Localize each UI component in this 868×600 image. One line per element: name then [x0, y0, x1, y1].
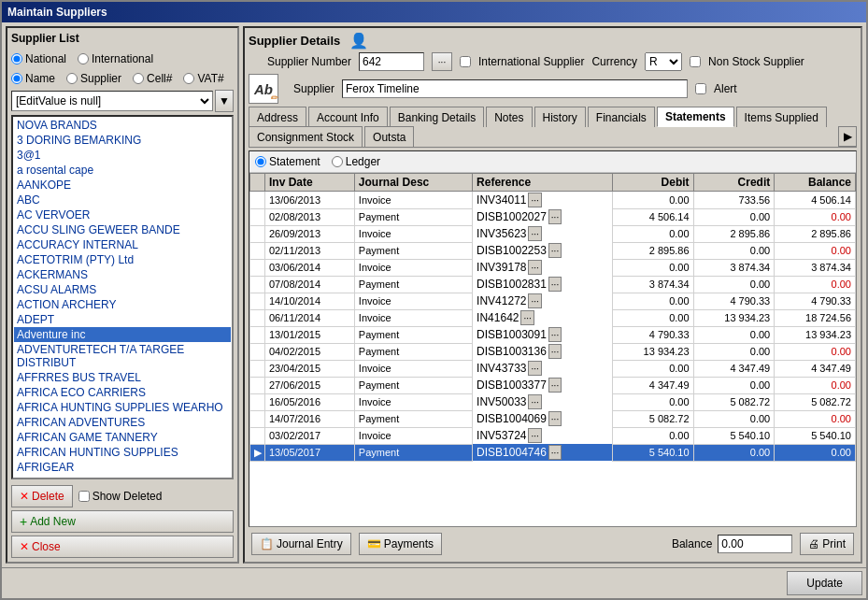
supplier-list-item[interactable]: AC VERVOER — [14, 207, 231, 222]
reference-dots-button[interactable]: ··· — [548, 344, 562, 359]
reference-dots-button[interactable]: ··· — [520, 310, 534, 325]
ledger-radio-label[interactable]: Ledger — [332, 155, 380, 168]
payments-button[interactable]: 💳 Payments — [359, 533, 442, 555]
supplier-name-input[interactable] — [342, 79, 688, 98]
supplier-list-item[interactable]: AFRILEC — [14, 475, 231, 479]
non-stock-supplier-checkbox[interactable] — [690, 56, 701, 67]
supplier-list-item[interactable]: Adventure inc — [14, 327, 231, 342]
international-radio[interactable]: International — [78, 52, 153, 65]
print-button[interactable]: 🖨 Print — [800, 533, 854, 555]
statement-radio[interactable] — [255, 156, 266, 167]
tab-notes[interactable]: Notes — [486, 107, 532, 127]
supplier-list-item[interactable]: 3@1 — [14, 148, 231, 163]
search-dropdown[interactable]: [EditValue is null] — [11, 91, 213, 111]
table-row[interactable]: 03/02/2017InvoiceINV53724···0.005 540.10… — [250, 427, 856, 444]
supplier-list-item[interactable]: NOVA BRANDS — [14, 118, 231, 133]
reference-dots-button[interactable]: ··· — [548, 277, 562, 292]
table-row[interactable]: 13/01/2015PaymentDISB1003091···4 790.330… — [250, 326, 856, 343]
supplier-list-item[interactable]: ACETOTRIM (PTY) Ltd — [14, 252, 231, 267]
supplier-list-item[interactable]: AFRICA HUNTING SUPPLIES WEARHO — [14, 400, 231, 415]
show-deleted-checkbox[interactable] — [78, 491, 90, 502]
supplier-list-item[interactable]: ACCURACY INTERNAL — [14, 237, 231, 252]
journal-entry-button[interactable]: 📋 Journal Entry — [251, 533, 351, 555]
table-row[interactable]: 02/08/2013PaymentDISB1002027···4 506.140… — [250, 208, 856, 225]
cell-inv_date: 13/06/2013 — [265, 192, 355, 209]
supplier-radio[interactable]: Supplier — [66, 72, 121, 85]
update-button[interactable]: Update — [787, 571, 862, 595]
delete-button[interactable]: ✕ Delete — [11, 485, 73, 507]
reference-dots-button[interactable]: ··· — [548, 378, 562, 393]
reference-dots-button[interactable]: ··· — [528, 293, 541, 308]
table-row[interactable]: 03/06/2014InvoiceINV39178···0.003 874.34… — [250, 259, 856, 276]
supplier-list-item[interactable]: AANKOPE — [14, 178, 231, 193]
reference-dots-button[interactable]: ··· — [548, 243, 562, 258]
reference-dots-button[interactable]: ··· — [528, 193, 541, 207]
supplier-list-item[interactable]: ABC — [14, 193, 231, 207]
table-row[interactable]: 07/08/2014PaymentDISB1002831···3 874.340… — [250, 276, 856, 293]
supplier-list-item[interactable]: ACCU SLING GEWEER BANDE — [14, 222, 231, 237]
tab-address[interactable]: Address — [249, 107, 306, 127]
tab-financials[interactable]: Financials — [588, 107, 655, 127]
reference-dots-button[interactable]: ··· — [528, 394, 541, 409]
currency-select[interactable]: R — [645, 52, 682, 71]
tab-history[interactable]: History — [534, 107, 586, 127]
name-radio[interactable]: Name — [11, 72, 55, 85]
table-row[interactable]: 13/06/2013InvoiceINV34011···0.00733.564 … — [250, 192, 856, 209]
cell-journal_desc: Payment — [354, 343, 472, 360]
supplier-list-item[interactable]: AFRICAN ADVENTURES — [14, 415, 231, 430]
reference-dots-button[interactable]: ··· — [528, 260, 541, 275]
vat-radio[interactable]: VAT# — [183, 72, 223, 85]
national-radio[interactable]: National — [11, 52, 66, 65]
reference-dots-button[interactable]: ··· — [528, 226, 541, 241]
reference-dots-button[interactable]: ··· — [548, 445, 562, 460]
table-row[interactable]: ▶13/05/2017PaymentDISB1004746···5 540.10… — [250, 444, 856, 461]
supplier-list-item[interactable]: ACSU ALARMS — [14, 282, 231, 297]
supplier-number-input[interactable] — [359, 52, 424, 71]
add-new-button[interactable]: + Add New — [11, 510, 234, 533]
table-row[interactable]: 26/09/2013InvoiceINV35623···0.002 895.86… — [250, 225, 856, 242]
supplier-list-item[interactable]: a rosental cape — [14, 163, 231, 178]
statement-radio-label[interactable]: Statement — [255, 155, 320, 168]
table-row[interactable]: 02/11/2013PaymentDISB1002253···2 895.860… — [250, 242, 856, 259]
supplier-list-item[interactable]: ADEPT — [14, 312, 231, 327]
reference-dots-button[interactable]: ··· — [528, 428, 541, 443]
supplier-number-btn[interactable]: ··· — [432, 52, 452, 71]
person-icon: 👤 — [349, 32, 368, 50]
cellno-radio[interactable]: Cell# — [133, 72, 172, 85]
tab-banking-details[interactable]: Banking Details — [390, 107, 484, 127]
tab-nav-arrow[interactable]: ▶ — [838, 126, 857, 147]
table-row[interactable]: 27/06/2015PaymentDISB1003377···4 347.490… — [250, 377, 856, 393]
table-row[interactable]: 23/04/2015InvoiceINV43733···0.004 347.49… — [250, 360, 856, 377]
supplier-list-item[interactable]: ADVENTURETECH T/A TARGEE DISTRIBUT — [14, 342, 231, 370]
close-button[interactable]: ✕ Close — [11, 536, 234, 558]
tab-outstanding[interactable]: Outsta — [364, 126, 414, 147]
table-row[interactable]: 06/11/2014InvoiceIN41642···0.0013 934.23… — [250, 309, 856, 326]
supplier-list-item[interactable]: 3 DORING BEMARKING — [14, 133, 231, 148]
alert-checkbox[interactable] — [695, 83, 706, 94]
table-row[interactable]: 16/05/2016InvoiceINV50033···0.005 082.72… — [250, 393, 856, 410]
supplier-list-item[interactable]: AFFRRES BUS TRAVEL — [14, 370, 231, 385]
cell-debit: 0.00 — [612, 360, 693, 377]
tab-consignment-stock[interactable]: Consignment Stock — [249, 126, 363, 147]
reference-dots-button[interactable]: ··· — [528, 361, 541, 376]
supplier-list-item[interactable]: ACKERMANS — [14, 267, 231, 282]
tab-account-info[interactable]: Account Info — [308, 107, 388, 127]
balance-input[interactable] — [718, 535, 792, 553]
reference-dots-button[interactable]: ··· — [548, 327, 562, 342]
ledger-radio[interactable] — [332, 156, 343, 167]
tab-statements[interactable]: Statements — [657, 107, 734, 127]
supplier-list-item[interactable]: ACTION ARCHERY — [14, 297, 231, 312]
supplier-list-item[interactable]: AFRIGEAR — [14, 460, 231, 475]
reference-dots-button[interactable]: ··· — [548, 411, 562, 426]
cell-credit: 0.00 — [693, 208, 775, 225]
table-row[interactable]: 14/10/2014InvoiceINV41272···0.004 790.33… — [250, 293, 856, 309]
reference-dots-button[interactable]: ··· — [548, 209, 562, 224]
dropdown-arrow-btn[interactable]: ▼ — [215, 90, 234, 112]
supplier-list-item[interactable]: AFRICAN HUNTING SUPPLIES — [14, 445, 231, 460]
supplier-list-item[interactable]: AFRICA ECO CARRIERS — [14, 385, 231, 400]
table-row[interactable]: 04/02/2015PaymentDISB1003136···13 934.23… — [250, 343, 856, 360]
table-row[interactable]: 14/07/2016PaymentDISB1004069···5 082.720… — [250, 410, 856, 427]
tab-items-supplied[interactable]: Items Supplied — [736, 107, 827, 127]
supplier-list-item[interactable]: AFRICAN GAME TANNERY — [14, 430, 231, 445]
international-supplier-checkbox[interactable] — [460, 56, 471, 67]
